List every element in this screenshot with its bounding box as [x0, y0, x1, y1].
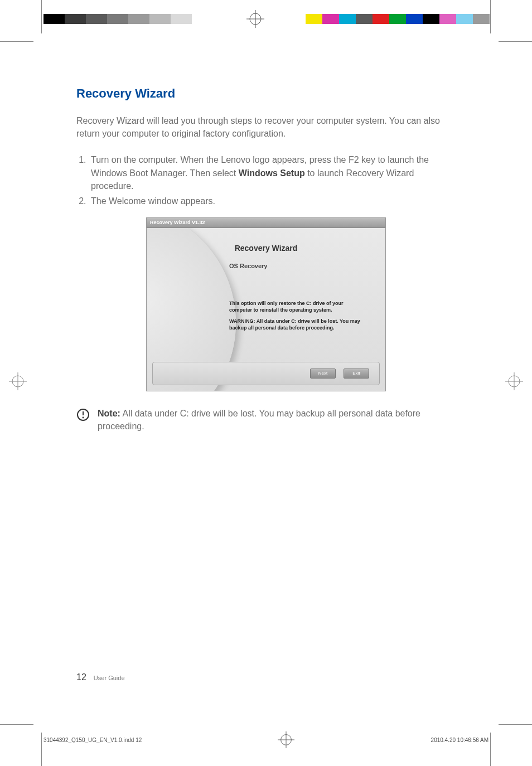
note-block: Note: All data under C: drive will be lo… [76, 407, 456, 433]
registration-cross-icon [505, 372, 523, 390]
dialog-titlebar: Recovery Wizard V1.32 [147, 218, 385, 228]
page-body: Recovery Wizard Recovery Wizard will lea… [76, 86, 456, 433]
next-button[interactable]: Next [310, 369, 336, 379]
note-body: All data under C: drive will be lost. Yo… [98, 409, 420, 431]
registration-cross-icon [9, 372, 27, 390]
swatch [456, 14, 473, 24]
crop-mark [499, 41, 532, 42]
print-date: 2010.4.20 10:46:56 AM [431, 737, 489, 743]
crop-mark [490, 733, 491, 766]
swatch [439, 14, 456, 24]
crop-mark [0, 724, 33, 725]
swatch [65, 14, 86, 24]
crop-mark [0, 41, 33, 42]
swatch [423, 14, 439, 24]
registration-cross-icon [142, 731, 431, 748]
dialog-body: Recovery Wizard OS Recovery This option … [147, 228, 385, 391]
crop-mark [41, 0, 42, 33]
swatch [306, 14, 322, 24]
print-footer: 31044392_Q150_UG_EN_V1.0.indd 12 2010.4.… [43, 731, 489, 748]
exit-button[interactable]: Exit [344, 369, 369, 379]
swatch [107, 14, 128, 24]
page-number: 12 [76, 672, 86, 682]
swatch [86, 14, 107, 24]
swatch [43, 14, 65, 24]
registration-cross-icon [246, 10, 264, 28]
swatch [339, 14, 356, 24]
recovery-wizard-dialog: Recovery Wizard V1.32 Recovery Wizard OS… [146, 217, 386, 391]
swatch [192, 14, 213, 24]
swatch [356, 14, 373, 24]
color-swatches [306, 14, 490, 24]
dialog-heading: Recovery Wizard [147, 244, 385, 253]
print-registration-marks [0, 0, 532, 33]
dialog-subheading: OS Recovery [229, 263, 267, 269]
note-text: Note: All data under C: drive will be lo… [98, 407, 456, 433]
crop-mark [490, 0, 491, 33]
crop-mark [499, 724, 532, 725]
swatch [128, 14, 149, 24]
dialog-message-1: This option will only restore the C: dri… [229, 300, 363, 313]
step-1-bold: Windows Setup [239, 168, 305, 178]
doc-label: User Guide [94, 675, 125, 681]
swatch [171, 14, 192, 24]
section-title: Recovery Wizard [76, 86, 456, 101]
dialog-button-bar: Next Exit [152, 362, 380, 385]
steps-list: Turn on the computer. When the Lenovo lo… [76, 153, 456, 207]
swatch [149, 14, 171, 24]
svg-point-11 [83, 417, 84, 419]
step-1: Turn on the computer. When the Lenovo lo… [89, 153, 456, 192]
swatch [406, 14, 423, 24]
info-icon [76, 408, 90, 421]
swatch [389, 14, 406, 24]
grayscale-swatches [43, 14, 213, 24]
dialog-message-2: WARNING: All data under C: drive will be… [229, 318, 363, 331]
swatch [473, 14, 490, 24]
crop-mark [41, 733, 42, 766]
swatch [322, 14, 339, 24]
step-2: The Welcome window appears. [89, 195, 456, 207]
swatch [373, 14, 389, 24]
print-file: 31044392_Q150_UG_EN_V1.0.indd 12 [43, 737, 142, 743]
intro-paragraph: Recovery Wizard will lead you through st… [76, 114, 456, 140]
page-footer: 12 User Guide [76, 672, 125, 682]
note-label: Note: [98, 409, 120, 418]
